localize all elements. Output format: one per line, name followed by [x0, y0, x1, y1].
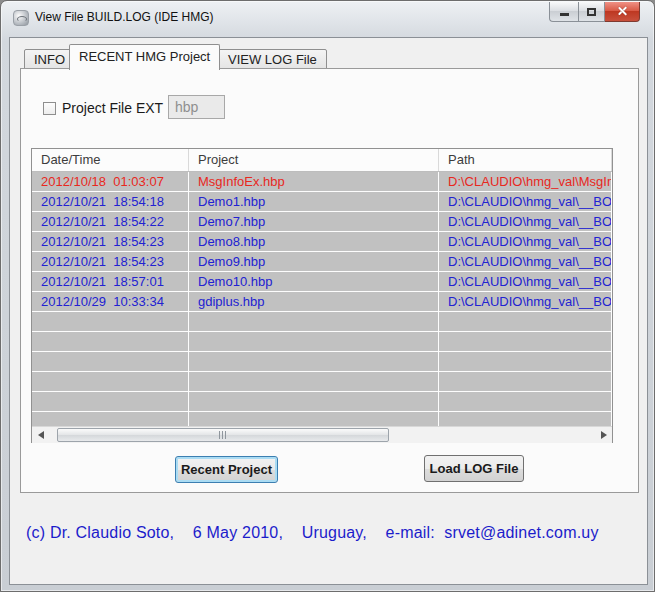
table-row[interactable]: 2012/10/21 18:54:18Demo1.hbpD:\CLAUDIO\h…	[32, 192, 612, 212]
table-cell	[439, 412, 612, 426]
table-row[interactable]: 2012/10/18 01:03:07MsgInfoEx.hbpD:\CLAUD…	[32, 172, 612, 192]
maximize-button[interactable]	[578, 2, 605, 22]
table-cell	[32, 352, 189, 371]
tab-info[interactable]: INFO	[24, 49, 75, 70]
tab-view-log-file[interactable]: VIEW LOG File	[218, 49, 327, 70]
project-file-ext-label: Project File EXT	[62, 100, 163, 116]
table-cell: 2012/10/18 01:03:07	[32, 172, 189, 191]
table-row-empty[interactable]	[32, 372, 612, 392]
column-header-project[interactable]: Project	[189, 149, 439, 171]
table-cell: Demo1.hbp	[189, 192, 439, 211]
table-cell: 2012/10/21 18:54:22	[32, 212, 189, 231]
table-cell: Demo7.hbp	[189, 212, 439, 231]
table-row-empty[interactable]	[32, 392, 612, 412]
table-cell	[32, 312, 189, 331]
scrollbar-thumb[interactable]	[57, 428, 389, 442]
table-cell: 2012/10/21 18:57:01	[32, 272, 189, 291]
table-cell	[189, 352, 439, 371]
table-cell	[439, 352, 612, 371]
column-header-path[interactable]: Path	[439, 149, 612, 171]
minimize-icon	[560, 13, 569, 16]
table-cell: D:\CLAUDIO\hmg_val\__BOS	[439, 212, 612, 231]
scroll-left-button[interactable]	[32, 427, 49, 443]
table-cell	[189, 372, 439, 391]
load-log-file-button[interactable]: Load LOG File	[424, 455, 524, 482]
recent-project-button[interactable]: Recent Project	[175, 456, 278, 483]
table-cell	[439, 332, 612, 351]
arrow-left-icon	[38, 431, 44, 439]
client-area: INFO RECENT HMG Project VIEW LOG File Pr…	[9, 37, 648, 585]
title-bar[interactable]: View File BUILD.LOG (IDE HMG)	[1, 1, 654, 37]
table-cell: D:\CLAUDIO\hmg_val\MsgInfo	[439, 172, 612, 191]
recent-projects-grid: Date/Time Project Path 2012/10/18 01:03:…	[31, 148, 613, 443]
table-cell: Demo9.hbp	[189, 252, 439, 271]
table-cell: 2012/10/21 18:54:23	[32, 252, 189, 271]
thumb-grip-icon	[219, 431, 227, 439]
project-file-ext-checkbox[interactable]	[43, 102, 56, 115]
table-row-empty[interactable]	[32, 332, 612, 352]
table-cell: Demo8.hbp	[189, 232, 439, 251]
table-cell	[32, 412, 189, 426]
horizontal-scrollbar[interactable]	[32, 426, 612, 443]
table-cell: 2012/10/21 18:54:23	[32, 232, 189, 251]
grid-body: 2012/10/18 01:03:07MsgInfoEx.hbpD:\CLAUD…	[32, 172, 612, 426]
table-cell	[32, 392, 189, 411]
table-cell: D:\CLAUDIO\hmg_val\__BOS	[439, 232, 612, 251]
table-row-empty[interactable]	[32, 352, 612, 372]
table-row[interactable]: 2012/10/21 18:54:22Demo7.hbpD:\CLAUDIO\h…	[32, 212, 612, 232]
table-cell: 2012/10/21 18:54:18	[32, 192, 189, 211]
table-cell: D:\CLAUDIO\hmg_val\__BOS	[439, 252, 612, 271]
tab-recent-hmg-project[interactable]: RECENT HMG Project	[69, 44, 220, 70]
column-header-datetime[interactable]: Date/Time	[32, 149, 189, 171]
table-cell: D:\CLAUDIO\hmg_val\__BOS	[439, 192, 612, 211]
table-cell	[189, 332, 439, 351]
tab-panel-recent: Project File EXT Date/Time Project Path …	[20, 68, 639, 493]
maximize-icon	[587, 8, 596, 16]
grid-header: Date/Time Project Path	[32, 149, 612, 172]
minimize-button[interactable]	[549, 2, 578, 22]
table-cell: D:\CLAUDIO\hmg_val\__BOS	[439, 292, 612, 311]
table-row[interactable]: 2012/10/21 18:54:23Demo9.hbpD:\CLAUDIO\h…	[32, 252, 612, 272]
app-window: View File BUILD.LOG (IDE HMG) INFO RECEN…	[0, 0, 655, 592]
table-cell	[439, 312, 612, 331]
table-row-empty[interactable]	[32, 412, 612, 426]
table-cell: MsgInfoEx.hbp	[189, 172, 439, 191]
table-cell	[189, 312, 439, 331]
table-cell: Demo10.hbp	[189, 272, 439, 291]
app-icon	[13, 10, 29, 26]
table-cell	[439, 372, 612, 391]
table-cell	[32, 372, 189, 391]
table-cell	[32, 332, 189, 351]
scroll-right-button[interactable]	[595, 427, 612, 443]
caption-buttons	[549, 2, 640, 22]
table-cell	[439, 392, 612, 411]
table-row[interactable]: 2012/10/29 10:33:34gdiplus.hbpD:\CLAUDIO…	[32, 292, 612, 312]
table-row[interactable]: 2012/10/21 18:57:01Demo10.hbpD:\CLAUDIO\…	[32, 272, 612, 292]
window-title: View File BUILD.LOG (IDE HMG)	[35, 10, 213, 24]
ext-input[interactable]	[168, 95, 225, 119]
table-cell: 2012/10/29 10:33:34	[32, 292, 189, 311]
table-cell	[189, 412, 439, 426]
table-row[interactable]: 2012/10/21 18:54:23Demo8.hbpD:\CLAUDIO\h…	[32, 232, 612, 252]
arrow-right-icon	[601, 431, 607, 439]
close-icon	[617, 5, 628, 16]
close-button[interactable]	[605, 2, 640, 22]
table-cell: gdiplus.hbp	[189, 292, 439, 311]
table-cell	[189, 392, 439, 411]
table-cell: D:\CLAUDIO\hmg_val\__BOS	[439, 272, 612, 291]
credit-text: (c) Dr. Claudio Soto, 6 May 2010, Urugua…	[26, 524, 599, 542]
table-row-empty[interactable]	[32, 312, 612, 332]
